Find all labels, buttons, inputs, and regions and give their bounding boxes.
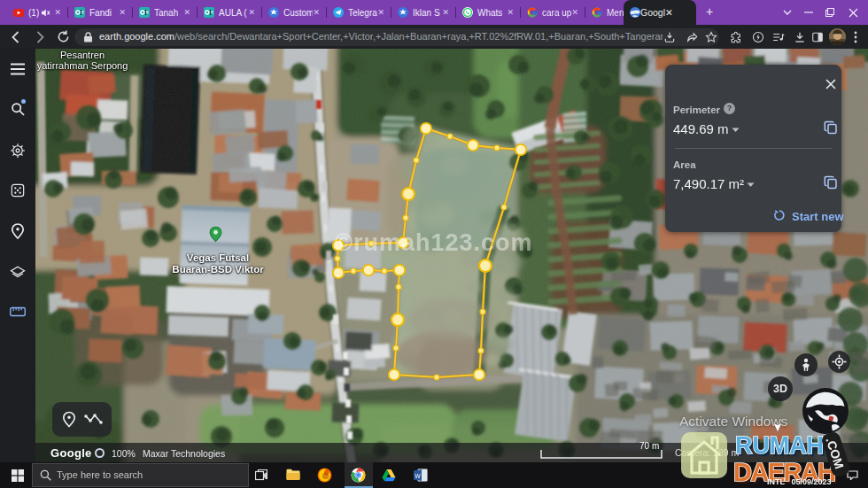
svg-text:W: W	[415, 473, 422, 479]
